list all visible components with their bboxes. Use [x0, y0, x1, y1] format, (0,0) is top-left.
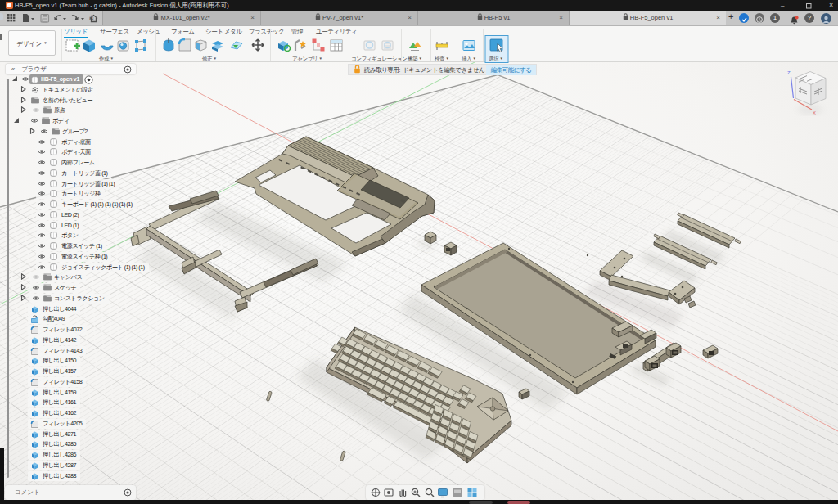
- svg-text:Z: Z: [787, 70, 791, 75]
- svg-text:X: X: [813, 110, 816, 115]
